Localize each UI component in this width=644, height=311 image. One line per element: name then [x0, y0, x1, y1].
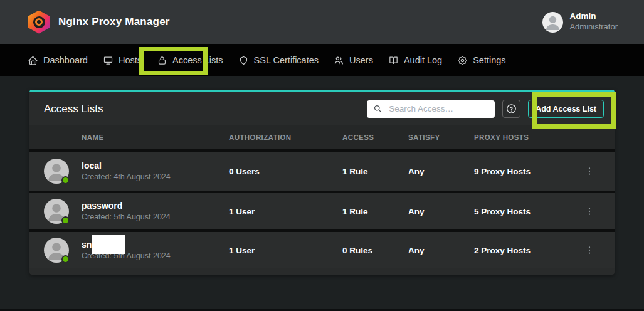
- monitor-icon: [103, 55, 113, 66]
- nav-label: Users: [349, 55, 373, 65]
- card-controls: Add Access List: [367, 100, 604, 118]
- authorization-value: 0 Users: [229, 167, 342, 176]
- add-access-list-button[interactable]: Add Access List: [528, 100, 604, 118]
- access-list-name: local: [82, 161, 229, 171]
- satisfy-value: Any: [408, 207, 474, 216]
- kebab-menu-icon: [584, 206, 594, 216]
- main-nav: Dashboard Hosts Access Lists SSL Certifi…: [0, 44, 644, 76]
- table-header-row: NAME AUTHORIZATION ACCESS SATISFY PROXY …: [29, 125, 615, 152]
- authorization-value: 1 User: [229, 207, 342, 216]
- row-menu-button[interactable]: [582, 204, 597, 219]
- access-value: 0 Rules: [342, 246, 408, 255]
- access-lists-table-body: local Created: 4th August 2024 0 Users 1…: [29, 152, 615, 268]
- search-box: [367, 100, 495, 118]
- status-dot: [61, 216, 70, 224]
- nav-item-audit-log[interactable]: Audit Log: [388, 55, 442, 66]
- content-area: Access Lists Add Access List NAME AUTHOR…: [0, 76, 644, 275]
- table-row: sn Created: 5th August 2024 1 User 0 Rul…: [29, 229, 615, 268]
- search-input[interactable]: [388, 103, 490, 114]
- nav-label: Hosts: [119, 55, 142, 65]
- col-access: ACCESS: [342, 134, 408, 141]
- user-avatar: [542, 12, 563, 33]
- lock-icon: [157, 55, 167, 66]
- proxy-hosts-value: 2 Proxy Hosts: [474, 246, 576, 255]
- nav-label: Audit Log: [404, 55, 442, 65]
- panel-title: Access Lists: [44, 103, 103, 115]
- gear-icon: [457, 55, 468, 66]
- col-satisfy: SATISFY: [408, 134, 474, 141]
- row-menu-button[interactable]: [582, 243, 597, 258]
- row-menu-button[interactable]: [582, 164, 597, 179]
- created-date: Created: 4th August 2024: [82, 172, 229, 182]
- app-logo-icon: [28, 11, 50, 34]
- row-avatar-cell: [44, 199, 82, 224]
- nav-label: Settings: [473, 55, 505, 65]
- card-header: Access Lists Add Access List: [29, 92, 615, 125]
- user-role: Administrator: [569, 22, 618, 32]
- top-bar: Nginx Proxy Manager Admin Administrator: [0, 0, 644, 44]
- col-proxy-hosts: PROXY HOSTS: [474, 134, 576, 141]
- person-icon: [542, 12, 563, 33]
- row-avatar-cell: [44, 159, 82, 184]
- nav-item-ssl-certificates[interactable]: SSL Certificates: [238, 55, 319, 66]
- help-button[interactable]: [502, 100, 520, 118]
- table-row: password Created: 5th August 2024 1 User…: [29, 191, 615, 229]
- satisfy-value: Any: [408, 167, 474, 176]
- nav-label: Dashboard: [43, 55, 88, 65]
- row-avatar-cell: [44, 238, 82, 263]
- help-circle-icon: [505, 103, 517, 115]
- status-dot: [61, 255, 70, 263]
- row-name-cell: sn Created: 5th August 2024: [82, 240, 229, 261]
- table-row: local Created: 4th August 2024 0 Users 1…: [29, 152, 615, 191]
- nav-item-dashboard[interactable]: Dashboard: [28, 55, 88, 66]
- access-value: 1 Rule: [342, 167, 408, 176]
- row-name-cell: password Created: 5th August 2024: [82, 201, 229, 223]
- row-name-cell: local Created: 4th August 2024: [82, 161, 229, 182]
- nav-item-settings[interactable]: Settings: [457, 55, 505, 66]
- access-lists-card: Access Lists Add Access List NAME AUTHOR…: [29, 90, 615, 275]
- kebab-menu-icon: [584, 245, 594, 255]
- shield-icon: [238, 55, 249, 66]
- users-icon: [334, 55, 344, 66]
- nav-item-access-lists[interactable]: Access Lists: [157, 55, 223, 66]
- nav-item-hosts[interactable]: Hosts: [103, 55, 142, 66]
- user-name: Admin: [569, 11, 618, 22]
- created-date: Created: 5th August 2024: [82, 213, 229, 222]
- proxy-hosts-value: 9 Proxy Hosts: [474, 167, 576, 176]
- access-value: 1 Rule: [342, 207, 408, 216]
- book-icon: [388, 55, 399, 66]
- col-authorization: AUTHORIZATION: [229, 134, 342, 141]
- status-dot: [61, 176, 70, 184]
- home-icon: [28, 55, 38, 66]
- col-name: NAME: [82, 134, 229, 141]
- nav-item-users[interactable]: Users: [334, 55, 373, 66]
- redaction-box: [92, 235, 125, 254]
- proxy-hosts-value: 5 Proxy Hosts: [474, 207, 576, 216]
- user-menu[interactable]: Admin Administrator: [542, 11, 618, 32]
- kebab-menu-icon: [584, 166, 594, 176]
- app-title: Nginx Proxy Manager: [58, 16, 170, 28]
- search-icon: [373, 104, 383, 113]
- nav-label: SSL Certificates: [254, 55, 319, 65]
- access-list-name: password: [82, 201, 229, 211]
- satisfy-value: Any: [408, 246, 474, 255]
- nav-label: Access Lists: [172, 55, 223, 65]
- authorization-value: 1 User: [229, 246, 342, 255]
